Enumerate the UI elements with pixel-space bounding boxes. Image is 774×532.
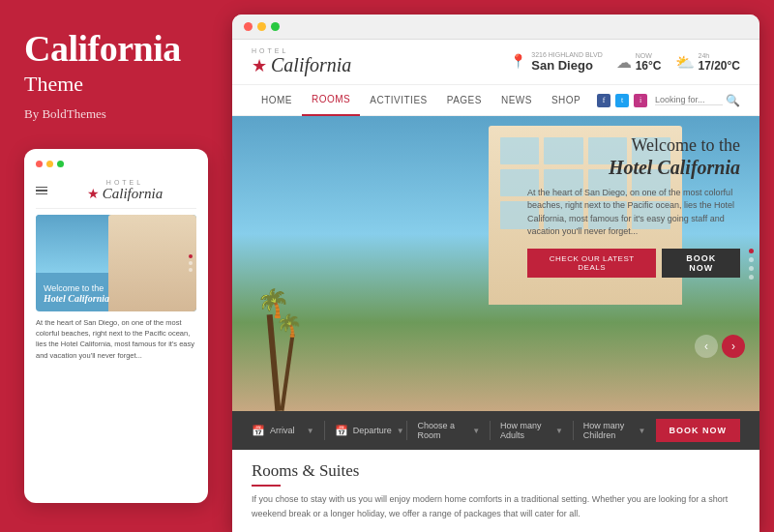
- location-pin-icon: 📍: [510, 53, 526, 69]
- departure-label: Departure: [353, 426, 392, 435]
- booking-bar: 📅 Arrival ▼ 📅 Departure ▼ Choose a Room …: [232, 411, 759, 450]
- nav-rooms[interactable]: ROOMS: [302, 85, 360, 116]
- hero-nav-dots: [749, 249, 754, 280]
- book-now-button-hero[interactable]: BOOK NOW: [662, 249, 740, 278]
- booking-adults[interactable]: How many Adults ▼: [500, 421, 563, 440]
- booking-arrival[interactable]: 📅 Arrival ▼: [252, 425, 314, 437]
- titlebar-dot-red: [244, 22, 253, 31]
- mobile-body-text: At the heart of San Diego, on one of the…: [36, 317, 196, 361]
- search-input[interactable]: [655, 95, 723, 105]
- cloud-icon-1: ☁: [616, 53, 632, 72]
- nav-right: f t i 🔍: [597, 94, 740, 107]
- desktop-preview: HOTEL ★ California 📍 3216 HIGHLAND BLVD …: [232, 15, 759, 532]
- room-label: Choose a Room: [417, 421, 467, 440]
- hero-prev-button[interactable]: ‹: [695, 335, 718, 358]
- location-city: San Diego: [531, 58, 602, 73]
- nav-shop[interactable]: SHOP: [542, 85, 590, 116]
- nav-home[interactable]: HOME: [252, 85, 302, 116]
- nav-social: f t i: [597, 94, 647, 107]
- titlebar-dot-green: [271, 22, 280, 31]
- mobile-dot-yellow: [46, 161, 53, 167]
- rooms-description: If you chose to stay with us you will en…: [252, 492, 735, 520]
- mobile-titlebar-dots: [36, 161, 196, 167]
- booking-departure[interactable]: 📅 Departure ▼: [335, 425, 398, 437]
- website-header: HOTEL ★ California 📍 3216 HIGHLAND BLVD …: [232, 40, 759, 85]
- check-deals-button[interactable]: CHECK OUR LATEST DEALS: [527, 249, 656, 278]
- hamburger-icon: [36, 187, 47, 195]
- nav-pages[interactable]: PAGES: [437, 85, 491, 116]
- mobile-dot-red: [36, 161, 43, 167]
- mobile-hero: Welcome to the Hotel California: [36, 215, 196, 311]
- hero-hotel-name: Hotel California: [527, 157, 740, 179]
- mobile-hero-text: Welcome to the Hotel California: [44, 283, 109, 304]
- website-logo-hotel: HOTEL: [252, 47, 288, 54]
- nav-search: 🔍: [655, 94, 740, 107]
- calendar-icon-arrival: 📅: [252, 425, 265, 437]
- website-nav: HOME ROOMS ACTIVITIES PAGES NEWS SHOP f …: [232, 85, 759, 116]
- facebook-icon[interactable]: f: [597, 94, 610, 107]
- mobile-star-icon: ★: [87, 186, 100, 202]
- theme-author: By BoldThemes: [24, 106, 208, 122]
- instagram-icon[interactable]: i: [634, 94, 647, 107]
- hero-section: 🌴 🌴 Welcome to the Hotel California At t…: [232, 116, 759, 411]
- hero-description: At the heart of San Diego, on one of the…: [527, 187, 740, 239]
- mobile-logo: HOTEL ★ California: [53, 179, 196, 202]
- rooms-section: Rooms & Suites If you chose to stay with…: [232, 450, 759, 532]
- rooms-title: Rooms & Suites: [252, 461, 740, 481]
- header-right: 📍 3216 HIGHLAND BLVD San Diego ☁ NOW 16°…: [510, 51, 740, 73]
- cloud-icon-2: ⛅: [675, 53, 695, 72]
- mobile-building: [108, 215, 196, 311]
- rooms-underline: [252, 485, 281, 487]
- theme-subtitle: Theme: [24, 72, 208, 97]
- mobile-header: HOTEL ★ California: [36, 175, 196, 209]
- adults-label: How many Adults: [500, 421, 551, 440]
- search-button[interactable]: 🔍: [726, 94, 740, 107]
- weather-item-2: ⛅ 24h 17/20°C: [675, 52, 741, 73]
- twitter-icon[interactable]: t: [615, 94, 629, 107]
- book-now-button[interactable]: BOOK NOW: [656, 419, 741, 442]
- children-label: How many Children: [583, 421, 634, 440]
- nav-activities[interactable]: ACTIVITIES: [360, 85, 436, 116]
- website-star-icon: ★: [252, 55, 267, 76]
- hero-buttons: CHECK OUR LATEST DEALS BOOK NOW: [527, 249, 740, 278]
- nav-news[interactable]: NEWS: [491, 85, 542, 116]
- titlebar-dot-yellow: [257, 22, 266, 31]
- hero-welcome: Welcome to the: [527, 135, 740, 157]
- hero-arrows: ‹ ›: [695, 335, 745, 358]
- mobile-preview-card: HOTEL ★ California Welcome to the Hotel …: [24, 149, 208, 503]
- header-location: 📍 3216 HIGHLAND BLVD San Diego: [510, 51, 602, 73]
- booking-room[interactable]: Choose a Room ▼: [417, 421, 480, 440]
- calendar-icon-departure: 📅: [335, 425, 348, 437]
- mobile-dot-green: [57, 161, 64, 167]
- nav-links: HOME ROOMS ACTIVITIES PAGES NEWS SHOP: [252, 85, 590, 116]
- hero-next-button[interactable]: ›: [722, 335, 745, 358]
- booking-children[interactable]: How many Children ▼: [583, 421, 646, 440]
- mobile-logo-hotel: HOTEL: [106, 179, 143, 186]
- website-logo: HOTEL ★ California: [252, 47, 351, 76]
- hero-content: Welcome to the Hotel California At the h…: [527, 135, 740, 278]
- theme-title: California: [24, 29, 208, 70]
- mobile-hero-dots: [189, 254, 193, 272]
- sidebar: California Theme By BoldThemes HOTEL ★ C…: [0, 0, 232, 532]
- weather-item-1: ☁ NOW 16°C: [616, 52, 662, 73]
- website-logo-text: California: [271, 54, 351, 76]
- arrival-label: Arrival: [270, 426, 295, 435]
- desktop-titlebar: [232, 15, 759, 40]
- location-address: 3216 HIGHLAND BLVD: [531, 51, 602, 58]
- mobile-logo-text: California: [103, 186, 164, 202]
